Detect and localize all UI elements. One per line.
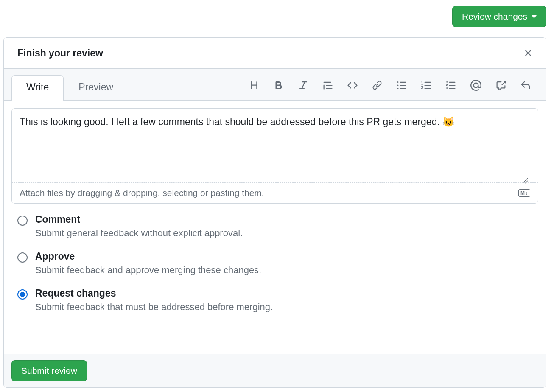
option-comment-title: Comment: [35, 214, 243, 225]
attach-hint: Attach files by dragging & dropping, sel…: [20, 188, 264, 198]
tab-write[interactable]: Write: [11, 75, 64, 101]
option-request-changes-desc: Submit feedback that must be addressed b…: [35, 302, 273, 313]
unordered-list-icon: [397, 80, 407, 90]
radio-request-changes[interactable]: [17, 289, 28, 300]
reply-button[interactable]: [519, 78, 532, 92]
task-list-icon: [446, 80, 456, 90]
mention-button[interactable]: [469, 78, 483, 92]
mention-icon: [470, 80, 481, 91]
tab-preview[interactable]: Preview: [64, 75, 128, 101]
submit-review-button[interactable]: Submit review: [11, 360, 87, 381]
option-comment-desc: Submit general feedback without explicit…: [35, 228, 243, 239]
link-button[interactable]: [370, 78, 384, 92]
close-button[interactable]: [521, 46, 535, 60]
italic-button[interactable]: [297, 78, 310, 92]
resize-handle-icon[interactable]: [522, 178, 528, 184]
option-approve[interactable]: Approve Submit feedback and approve merg…: [17, 251, 532, 276]
ordered-list-button[interactable]: [420, 78, 433, 92]
radio-comment[interactable]: [17, 216, 28, 226]
code-button[interactable]: [346, 78, 359, 92]
cross-reference-icon: [496, 80, 506, 90]
quote-icon: [323, 80, 333, 90]
link-icon: [372, 80, 382, 90]
radio-approve[interactable]: [17, 252, 28, 263]
reply-icon: [520, 80, 531, 90]
task-list-button[interactable]: [444, 78, 458, 92]
code-icon: [347, 80, 358, 90]
italic-icon: [298, 80, 308, 90]
unordered-list-button[interactable]: [395, 78, 409, 92]
formatting-toolbar: [247, 78, 538, 98]
tabs: Write Preview: [11, 75, 128, 100]
review-changes-label: Review changes: [462, 11, 527, 22]
bold-icon: [274, 80, 284, 90]
option-comment[interactable]: Comment Submit general feedback without …: [17, 214, 532, 239]
option-approve-title: Approve: [35, 251, 261, 262]
panel-header: Finish your review: [4, 38, 546, 69]
heading-icon: [249, 80, 259, 90]
tabs-toolbar: Write Preview: [4, 69, 546, 101]
cross-reference-button[interactable]: [494, 78, 508, 92]
review-panel: Finish your review Write Preview: [3, 37, 546, 388]
panel-title: Finish your review: [17, 48, 103, 59]
option-request-changes[interactable]: Request changes Submit feedback that mus…: [17, 288, 532, 313]
bold-button[interactable]: [272, 78, 285, 92]
review-changes-button[interactable]: Review changes: [452, 6, 546, 27]
close-icon: [523, 48, 533, 58]
review-options: Comment Submit general feedback without …: [4, 204, 546, 317]
quote-button[interactable]: [321, 78, 335, 92]
option-request-changes-title: Request changes: [35, 288, 273, 299]
attach-files-row[interactable]: Attach files by dragging & dropping, sel…: [12, 183, 538, 203]
comment-textarea[interactable]: [12, 109, 538, 181]
caret-down-icon: [532, 15, 537, 18]
textarea-wrap: Attach files by dragging & dropping, sel…: [11, 108, 538, 204]
ordered-list-icon: [421, 80, 431, 90]
option-approve-desc: Submit feedback and approve merging thes…: [35, 265, 261, 276]
panel-footer: Submit review: [4, 354, 546, 387]
heading-button[interactable]: [247, 78, 261, 92]
markdown-badge[interactable]: M↓: [518, 189, 530, 197]
editor-area: Attach files by dragging & dropping, sel…: [4, 101, 546, 204]
